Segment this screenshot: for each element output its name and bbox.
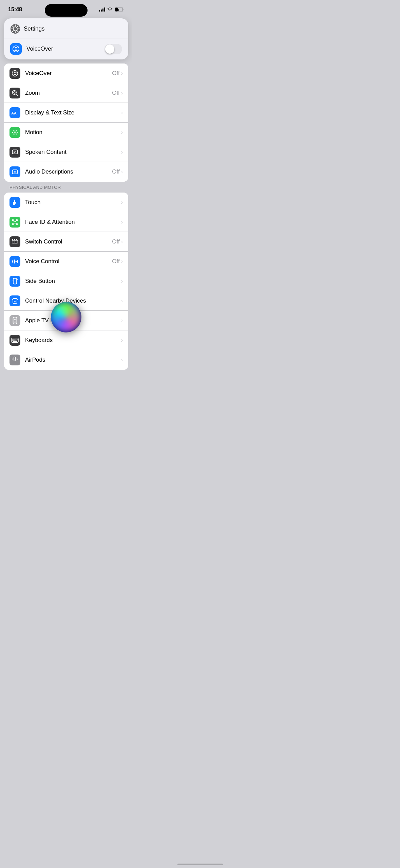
keyboards-label: Keyboards: [25, 337, 53, 344]
svg-rect-34: [12, 240, 15, 243]
chevron-icon: ›: [121, 298, 123, 304]
voice-control-right: Off ›: [112, 258, 123, 265]
svg-rect-58: [16, 339, 16, 340]
vision-section-card: VoiceOver Off › Zoom Off ›: [4, 64, 128, 182]
list-item-touch[interactable]: Touch ›: [4, 193, 128, 212]
switch-control-label: Switch Control: [25, 238, 62, 245]
voiceover-toggle[interactable]: [104, 44, 122, 54]
list-item-motion[interactable]: Motion ›: [4, 123, 128, 142]
airpods-right: ›: [121, 357, 123, 363]
control-nearby-label: Control Nearby Devices: [25, 297, 86, 304]
wifi-icon: [107, 7, 113, 12]
switch-control-content: Switch Control Off ›: [25, 238, 123, 245]
motion-right: ›: [121, 129, 123, 135]
zoom-value: Off: [112, 90, 119, 96]
chevron-icon: ›: [121, 219, 123, 225]
voiceover-list-icon: [9, 68, 20, 79]
svg-point-8: [14, 71, 16, 73]
physical-motor-card: Touch › Face ID & Attention: [4, 193, 128, 370]
siri-inner: [53, 304, 80, 331]
svg-rect-37: [14, 239, 15, 240]
siri-orb[interactable]: [51, 302, 81, 332]
svg-point-16: [15, 134, 16, 135]
svg-rect-30: [13, 223, 14, 224]
voiceover-icon: [10, 43, 22, 55]
svg-point-17: [12, 132, 13, 133]
svg-point-15: [15, 130, 16, 131]
voiceover-item-right: Off ›: [112, 70, 123, 77]
airpods-content: AirPods ›: [25, 357, 123, 363]
audio-desc-content: Audio Descriptions Off ›: [25, 168, 123, 175]
face-id-content: Face ID & Attention ›: [25, 219, 123, 225]
list-item-audio-descriptions[interactable]: Audio Descriptions Off ›: [4, 162, 128, 182]
zoom-icon: [9, 88, 20, 98]
status-time: 15:48: [8, 6, 22, 13]
side-button-content: Side Button ›: [25, 278, 123, 285]
svg-rect-42: [17, 260, 18, 263]
voice-control-icon: [9, 256, 20, 267]
svg-rect-63: [16, 340, 16, 341]
face-id-right: ›: [121, 219, 123, 225]
audio-desc-label: Audio Descriptions: [25, 168, 73, 175]
svg-rect-60: [12, 340, 13, 341]
touch-icon: [9, 197, 20, 208]
floating-voiceover-row[interactable]: VoiceOver: [4, 38, 128, 59]
status-icons: 30: [99, 7, 124, 12]
floating-card-title: Settings: [24, 25, 44, 32]
spoken-content-content: Spoken Content ›: [25, 149, 123, 156]
touch-content: Touch ›: [25, 199, 123, 206]
motion-icon: [9, 127, 20, 138]
list-item-zoom[interactable]: Zoom Off ›: [4, 83, 128, 103]
list-item-display-text-size[interactable]: AA Display & Text Size ›: [4, 103, 128, 123]
keyboards-right: ›: [121, 337, 123, 343]
list-item-voice-control[interactable]: Voice Control Off ›: [4, 252, 128, 271]
list-item-voiceover[interactable]: VoiceOver Off ›: [4, 64, 128, 83]
svg-text:AA: AA: [11, 111, 17, 115]
chevron-icon: ›: [121, 149, 123, 155]
svg-line-10: [16, 94, 18, 95]
svg-rect-61: [13, 340, 14, 341]
list-item-airpods[interactable]: AirPods ›: [4, 350, 128, 370]
list-item-side-button[interactable]: Side Button ›: [4, 271, 128, 291]
airpods-label: AirPods: [25, 357, 45, 363]
list-item-switch-control[interactable]: Switch Control Off ›: [4, 232, 128, 252]
chevron-icon: ›: [121, 90, 123, 96]
svg-rect-59: [17, 339, 18, 340]
svg-point-20: [16, 133, 17, 134]
chevron-icon: ›: [121, 169, 123, 175]
svg-rect-53: [16, 322, 16, 323]
svg-point-45: [14, 301, 15, 302]
svg-rect-31: [16, 223, 17, 224]
svg-rect-40: [14, 259, 15, 264]
svg-rect-28: [13, 219, 14, 220]
audio-descriptions-icon: [9, 166, 20, 177]
svg-point-6: [15, 47, 17, 49]
airpods-icon: [9, 355, 20, 365]
dynamic-island: [45, 4, 88, 17]
voice-control-value: Off: [112, 258, 119, 265]
voice-control-content: Voice Control Off ›: [25, 258, 123, 265]
svg-rect-43: [13, 278, 17, 284]
side-button-icon: [9, 276, 20, 287]
voiceover-content: VoiceOver Off ›: [25, 70, 123, 77]
display-text-right: ›: [121, 110, 123, 116]
zoom-content: Zoom Off ›: [25, 90, 123, 96]
section-spacer: PHYSICAL AND MOTOR: [4, 185, 128, 193]
zoom-item-right: Off ›: [112, 90, 123, 96]
motion-content: Motion ›: [25, 129, 123, 136]
svg-point-14: [14, 132, 15, 133]
chevron-icon: ›: [121, 110, 123, 116]
list-item-spoken-content[interactable]: 90 Spoken Content ›: [4, 142, 128, 162]
svg-rect-55: [12, 339, 13, 340]
side-button-right: ›: [121, 278, 123, 284]
floating-card-header: Settings: [4, 18, 128, 38]
list-item-face-id[interactable]: Face ID & Attention ›: [4, 212, 128, 232]
svg-rect-50: [16, 321, 16, 321]
svg-rect-41: [16, 260, 17, 262]
chevron-icon: ›: [121, 199, 123, 205]
spoken-content-icon: 90: [9, 147, 20, 158]
keyboards-content: Keyboards ›: [25, 337, 123, 344]
svg-rect-51: [14, 322, 14, 323]
display-text-size-icon: AA: [9, 107, 20, 118]
list-item-keyboards[interactable]: Keyboards ›: [4, 330, 128, 350]
